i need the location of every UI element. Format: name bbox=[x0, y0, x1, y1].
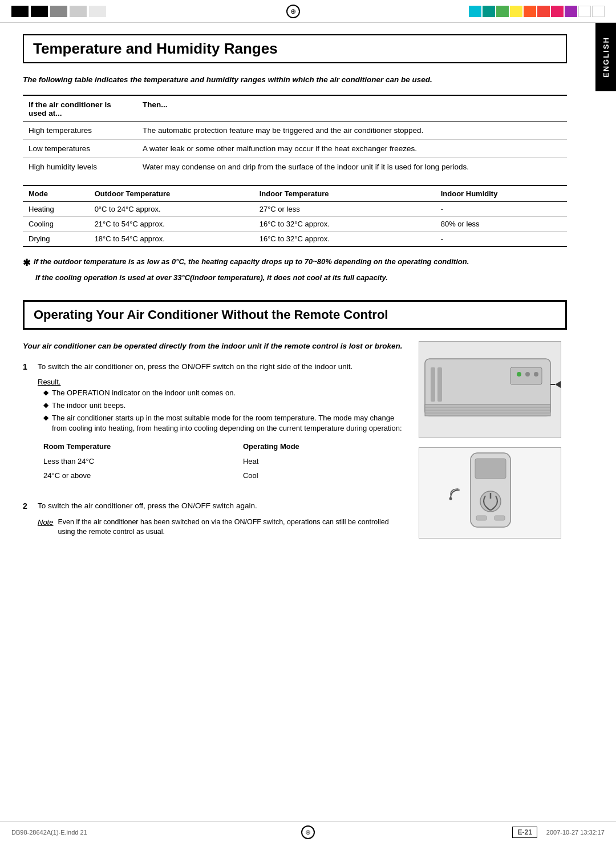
step-1-text: To switch the air conditioner on, press … bbox=[38, 362, 352, 371]
table-row: Less than 24°C Heat bbox=[43, 455, 413, 469]
room-temp-table: Room Temperature Operating Mode Less tha… bbox=[43, 439, 413, 483]
black-squares bbox=[11, 6, 106, 17]
svg-rect-10 bbox=[437, 367, 442, 402]
ac-unit-svg bbox=[419, 342, 561, 438]
english-sidebar-label: ENGLISH bbox=[595, 23, 616, 91]
then-cell-0: The automatic protection feature may be … bbox=[137, 121, 567, 139]
footer-right: E-21 2007-10-27 13:32:17 bbox=[512, 827, 605, 838]
bottom-compass-icon: ⊕ bbox=[301, 825, 315, 839]
result-item-0: The OPERATION indicator on the indoor un… bbox=[52, 388, 236, 398]
color-red bbox=[537, 6, 550, 17]
section2-left: Your air conditioner can be operated dir… bbox=[23, 341, 407, 545]
step-1-content: To switch the air conditioner on, press … bbox=[38, 361, 407, 492]
mode-cell-0: Heating bbox=[23, 201, 89, 216]
section2-title-box: Operating Your Air Conditioner Without t… bbox=[23, 300, 567, 330]
svg-rect-18 bbox=[495, 516, 505, 520]
step-number-1: 1 bbox=[23, 361, 32, 492]
section2-right bbox=[419, 341, 567, 545]
table-row: 24°C or above Cool bbox=[43, 469, 413, 483]
color-orange bbox=[524, 6, 536, 17]
asterisk-note: ✱ If the outdoor temperature is as low a… bbox=[23, 256, 567, 270]
humidity-cell-0: - bbox=[435, 201, 567, 216]
diamond-icon-0: ◆ bbox=[43, 388, 48, 398]
table-row: Drying 18°C to 54°C approx. 16°C to 32°C… bbox=[23, 231, 567, 246]
condition-cell-2: High humidity levels bbox=[23, 157, 137, 176]
bottom-bar: DB98-28642A(1)-E.indd 21 ⊕ E-21 2007-10-… bbox=[0, 821, 616, 842]
room-temp-cell-1: 24°C or above bbox=[43, 469, 243, 483]
humidity-header: Indoor Humidity bbox=[435, 185, 567, 202]
section2-content: Your air conditioner can be operated dir… bbox=[23, 341, 567, 545]
black-square-1 bbox=[11, 6, 29, 17]
svg-rect-14 bbox=[475, 459, 506, 479]
step-number-2: 2 bbox=[23, 500, 32, 537]
list-item: ◆ The OPERATION indicator on the indoor … bbox=[43, 388, 407, 398]
section2-intro: Your air conditioner can be operated dir… bbox=[23, 341, 407, 352]
asterisk-symbol: ✱ bbox=[23, 256, 30, 270]
diamond-icon-1: ◆ bbox=[43, 400, 48, 411]
result-label: Result. bbox=[38, 378, 60, 386]
list-item: ◆ The air conditioner starts up in the m… bbox=[43, 413, 407, 434]
room-temp-header: Room Temperature bbox=[43, 439, 243, 455]
outdoor-cell-1: 21°C to 54°C approx. bbox=[89, 216, 254, 231]
color-squares bbox=[469, 6, 605, 17]
svg-rect-17 bbox=[476, 516, 487, 520]
black-square-2 bbox=[31, 6, 48, 17]
color-purple bbox=[565, 6, 577, 17]
mode-cell-1: Cooling bbox=[23, 216, 89, 231]
indoor-cell-2: 16°C to 32°C approx. bbox=[254, 231, 435, 246]
result-items: ◆ The OPERATION indicator on the indoor … bbox=[43, 388, 407, 434]
notes-section: ✱ If the outdoor temperature is as low a… bbox=[23, 256, 567, 284]
note-block: Note Even if the air conditioner has bee… bbox=[38, 517, 407, 537]
step-2-text: To switch the air conditioner off, press… bbox=[38, 501, 257, 510]
compass-center: ⊕ bbox=[117, 5, 469, 18]
result-block: Result. ◆ The OPERATION indicator on the… bbox=[38, 377, 407, 483]
section1-title: Temperature and Humidity Ranges bbox=[33, 40, 557, 58]
diamond-icon-2: ◆ bbox=[43, 413, 48, 434]
color-green bbox=[496, 6, 509, 17]
color-bar-top: ⊕ bbox=[0, 0, 616, 23]
table-row: High temperatures The automatic protecti… bbox=[23, 121, 567, 139]
result-item-1: The indoor unit beeps. bbox=[52, 400, 125, 411]
color-white2 bbox=[592, 6, 605, 17]
main-content: Temperature and Humidity Ranges The foll… bbox=[0, 23, 595, 557]
table-row: Cooling 21°C to 54°C approx. 16°C to 32°… bbox=[23, 216, 567, 231]
indoor-cell-1: 16°C to 32°C approx. bbox=[254, 216, 435, 231]
color-pink bbox=[551, 6, 564, 17]
svg-point-7 bbox=[525, 372, 530, 377]
color-yellow bbox=[510, 6, 522, 17]
mode-cell-2: Drying bbox=[23, 231, 89, 246]
step-1: 1 To switch the air conditioner on, pres… bbox=[23, 361, 407, 492]
condition-cell-1: Low temperatures bbox=[23, 139, 137, 157]
table-row: Heating 0°C to 24°C approx. 27°C or less… bbox=[23, 201, 567, 216]
compass-icon: ⊕ bbox=[286, 5, 300, 18]
result-item-2: The air conditioner starts up in the mos… bbox=[52, 413, 407, 434]
operating-mode-header: Operating Mode bbox=[243, 439, 413, 455]
table-row: High humidity levels Water may condense … bbox=[23, 157, 567, 176]
gray-square-1 bbox=[50, 6, 67, 17]
svg-point-16 bbox=[449, 497, 452, 500]
section2-title: Operating Your Air Conditioner Without t… bbox=[34, 307, 556, 322]
section1-intro: The following table indicates the temper… bbox=[23, 75, 567, 86]
table-row: Low temperatures A water leak or some ot… bbox=[23, 139, 567, 157]
section2: Operating Your Air Conditioner Without t… bbox=[23, 300, 567, 545]
op-mode-cell-0: Heat bbox=[243, 455, 413, 469]
section1-title-box: Temperature and Humidity Ranges bbox=[23, 34, 567, 63]
note-label: Note bbox=[38, 517, 53, 537]
svg-marker-11 bbox=[555, 379, 561, 390]
step-2-content: To switch the air conditioner off, press… bbox=[38, 500, 407, 537]
humidity-cell-2: - bbox=[435, 231, 567, 246]
op-mode-cell-1: Cool bbox=[243, 469, 413, 483]
ac-unit-image bbox=[419, 341, 561, 438]
svg-rect-9 bbox=[431, 367, 435, 402]
conditions-table: If the air conditioner is used at... The… bbox=[23, 95, 567, 176]
gray-square-2 bbox=[70, 6, 87, 17]
color-white1 bbox=[578, 6, 591, 17]
humidity-cell-1: 80% or less bbox=[435, 216, 567, 231]
indoor-header: Indoor Temperature bbox=[254, 185, 435, 202]
mode-header: Mode bbox=[23, 185, 89, 202]
outdoor-cell-2: 18°C to 54°C approx. bbox=[89, 231, 254, 246]
indoor-cell-0: 27°C or less bbox=[254, 201, 435, 216]
svg-point-6 bbox=[517, 372, 521, 377]
conditions-header-condition: If the air conditioner is used at... bbox=[23, 95, 137, 122]
conditions-header-then: Then... bbox=[137, 95, 567, 122]
